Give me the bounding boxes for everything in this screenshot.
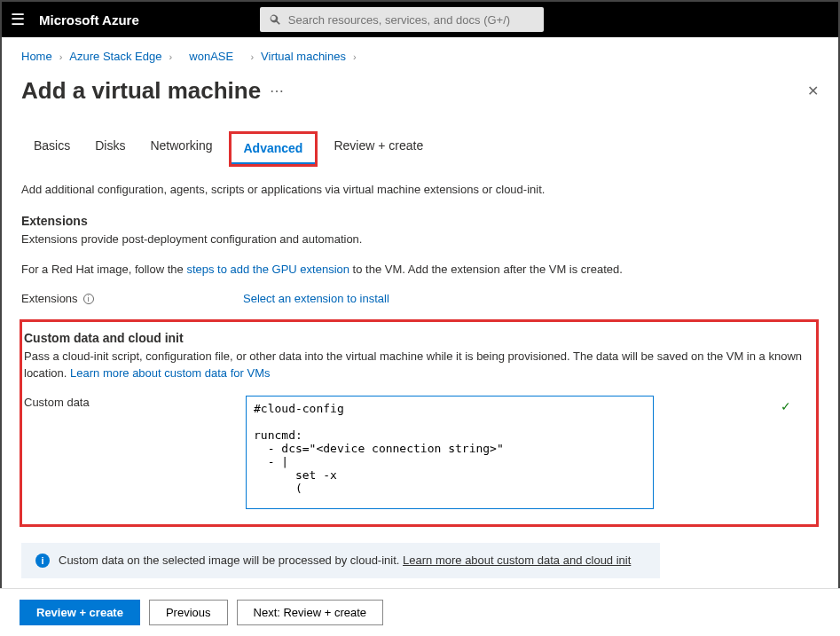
brand-label: Microsoft Azure — [39, 12, 139, 27]
footer-bar: Review + create Previous Next: Review + … — [0, 588, 840, 636]
tab-review[interactable]: Review + create — [321, 131, 436, 167]
cloudinit-desc: Pass a cloud-init script, configuration … — [22, 349, 807, 381]
chevron-right-icon: › — [165, 51, 176, 62]
search-input[interactable] — [288, 13, 535, 27]
extensions-redhat: For a Red Hat image, follow the steps to… — [21, 262, 819, 278]
infobox-text: Custom data on the selected image will b… — [59, 554, 403, 567]
top-bar: ☰ Microsoft Azure — [2, 2, 838, 37]
search-icon — [269, 13, 281, 26]
info-box: i Custom data on the selected image will… — [21, 543, 660, 578]
custom-data-label: Custom data — [24, 396, 246, 409]
tab-basics[interactable]: Basics — [21, 131, 82, 167]
cloud-init-learn-link[interactable]: Learn more about custom data and cloud i… — [403, 554, 631, 567]
page-title: Add a virtual machine — [21, 77, 261, 105]
check-icon: ✓ — [781, 399, 791, 413]
info-circle-icon: i — [35, 554, 50, 568]
extensions-section: Extensions Extensions provide post-deplo… — [21, 214, 819, 305]
breadcrumb-stack-edge[interactable]: Azure Stack Edge — [69, 50, 161, 63]
cloud-init-highlight: Custom data and cloud init Pass a cloud-… — [20, 319, 819, 526]
search-box[interactable] — [260, 7, 544, 32]
main-content: Home› Azure Stack Edge› wonASE › Virtual… — [2, 37, 838, 585]
more-icon[interactable]: ⋯ — [270, 82, 285, 99]
extensions-title: Extensions — [21, 214, 819, 228]
tab-advanced-highlight: Advanced — [229, 131, 318, 167]
tab-disks[interactable]: Disks — [82, 131, 137, 167]
chevron-right-icon: › — [56, 51, 67, 62]
tab-advanced[interactable]: Advanced — [232, 134, 316, 164]
breadcrumb: Home› Azure Stack Edge› wonASE › Virtual… — [21, 50, 819, 63]
select-extension-link[interactable]: Select an extension to install — [243, 292, 389, 305]
page-title-row: Add a virtual machine ⋯ ✕ — [21, 77, 819, 105]
breadcrumb-vms[interactable]: Virtual machines — [261, 50, 346, 63]
custom-data-textarea[interactable] — [246, 396, 654, 509]
extensions-row: Extensions i Select an extension to inst… — [21, 292, 819, 305]
chevron-right-icon: › — [349, 51, 360, 62]
extensions-desc: Extensions provide post-deployment confi… — [21, 232, 819, 247]
review-create-button[interactable]: Review + create — [20, 600, 140, 625]
hamburger-icon[interactable]: ☰ — [11, 10, 25, 29]
intro-text: Add additional configuration, agents, sc… — [21, 183, 819, 196]
breadcrumb-wonase[interactable]: wonASE — [189, 50, 233, 63]
custom-data-learn-link[interactable]: Learn more about custom data for VMs — [70, 366, 270, 380]
gpu-extension-link[interactable]: steps to add the GPU extension — [186, 263, 349, 276]
close-icon[interactable]: ✕ — [807, 82, 819, 99]
breadcrumb-home[interactable]: Home — [21, 50, 52, 63]
extensions-label: Extensions i — [21, 292, 243, 305]
chevron-right-icon: › — [247, 51, 257, 62]
tabs: Basics Disks Networking Advanced Review … — [21, 131, 819, 167]
cloudinit-title: Custom data and cloud init — [22, 331, 807, 345]
next-button[interactable]: Next: Review + create — [237, 600, 384, 625]
info-icon[interactable]: i — [83, 294, 94, 304]
tab-networking[interactable]: Networking — [137, 131, 224, 167]
previous-button[interactable]: Previous — [149, 600, 228, 625]
custom-data-row: Custom data ✓ — [22, 396, 807, 512]
